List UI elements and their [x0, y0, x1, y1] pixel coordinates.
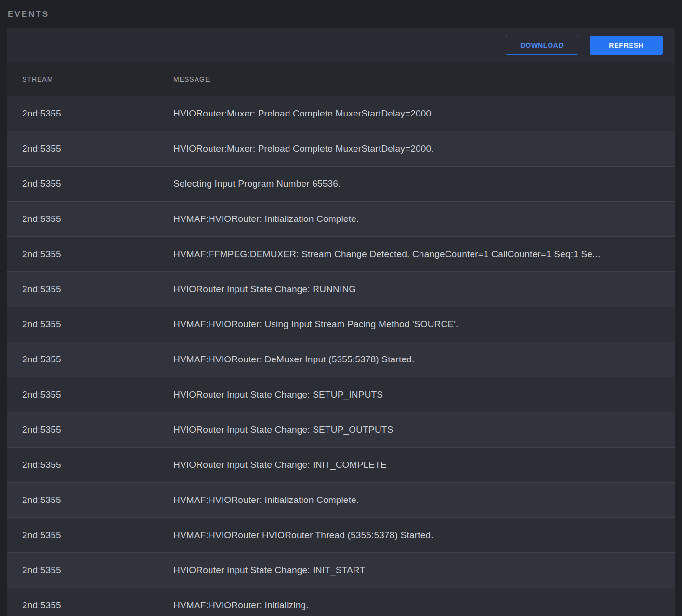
message-cell: HVIORouter Input State Change: INIT_COMP…: [173, 460, 675, 470]
table-row: 2nd:5355 HVIORouter Input State Change: …: [7, 272, 675, 307]
page-title: EVENTS: [0, 0, 682, 18]
table-row: 2nd:5355 HVIORouter:Muxer: Preload Compl…: [7, 96, 675, 131]
table-row: 2nd:5355 HVMAF:HVIORouter: Initializatio…: [7, 483, 675, 518]
table-body: 2nd:5355 HVIORouter:Muxer: Preload Compl…: [7, 96, 675, 616]
table-row: 2nd:5355 HVIORouter Input State Change: …: [7, 448, 675, 483]
stream-cell: 2nd:5355: [7, 460, 173, 470]
stream-cell: 2nd:5355: [7, 565, 173, 576]
stream-cell: 2nd:5355: [7, 354, 173, 365]
table-row: 2nd:5355 HVMAF:HVIORouter: DeMuxer Input…: [7, 342, 675, 377]
stream-cell: 2nd:5355: [7, 319, 173, 330]
message-cell: HVMAF:HVIORouter HVIORouter Thread (5355…: [173, 530, 675, 540]
message-cell: Selecting Input Program Number 65536.: [173, 179, 675, 189]
table-row: 2nd:5355 HVMAF:FFMPEG:DEMUXER: Stream Ch…: [7, 237, 675, 272]
message-cell: HVIORouter Input State Change: INIT_STAR…: [173, 565, 675, 576]
stream-cell: 2nd:5355: [7, 214, 173, 224]
stream-cell: 2nd:5355: [7, 108, 173, 119]
table-row: 2nd:5355 HVMAF:HVIORouter: Initializing.: [7, 588, 675, 616]
stream-cell: 2nd:5355: [7, 530, 173, 540]
message-cell: HVMAF:HVIORouter: DeMuxer Input (5355:53…: [173, 354, 675, 365]
stream-cell: 2nd:5355: [7, 249, 173, 259]
table-row: 2nd:5355 HVMAF:HVIORouter HVIORouter Thr…: [7, 518, 675, 553]
toolbar: DOWNLOAD REFRESH: [7, 28, 675, 63]
message-cell: HVMAF:HVIORouter: Initialization Complet…: [173, 495, 675, 505]
stream-cell: 2nd:5355: [7, 284, 173, 295]
message-cell: HVIORouter:Muxer: Preload Complete Muxer…: [173, 108, 675, 119]
message-cell: HVIORouter:Muxer: Preload Complete Muxer…: [173, 143, 675, 154]
table-row: 2nd:5355 HVIORouter:Muxer: Preload Compl…: [7, 131, 675, 167]
column-header-stream: STREAM: [7, 76, 173, 83]
stream-cell: 2nd:5355: [7, 179, 173, 189]
message-cell: HVIORouter Input State Change: SETUP_OUT…: [173, 424, 675, 435]
stream-cell: 2nd:5355: [7, 600, 173, 611]
column-header-message: MESSAGE: [173, 76, 675, 83]
download-button[interactable]: DOWNLOAD: [506, 36, 578, 55]
table-row: 2nd:5355 HVIORouter Input State Change: …: [7, 553, 675, 588]
message-cell: HVIORouter Input State Change: SETUP_INP…: [173, 389, 675, 400]
message-cell: HVMAF:HVIORouter: Initializing.: [173, 600, 675, 611]
message-cell: HVMAF:HVIORouter: Using Input Stream Pac…: [173, 319, 675, 330]
table-row: 2nd:5355 HVIORouter Input State Change: …: [7, 377, 675, 412]
table-header-row: STREAM MESSAGE: [7, 63, 675, 96]
stream-cell: 2nd:5355: [7, 495, 173, 505]
events-panel: DOWNLOAD REFRESH STREAM MESSAGE 2nd:5355…: [7, 28, 675, 616]
table-row: 2nd:5355 HVMAF:HVIORouter: Using Input S…: [7, 307, 675, 342]
stream-cell: 2nd:5355: [7, 389, 173, 400]
stream-cell: 2nd:5355: [7, 143, 173, 154]
table-row: 2nd:5355 HVIORouter Input State Change: …: [7, 412, 675, 448]
message-cell: HVMAF:HVIORouter: Initialization Complet…: [173, 214, 675, 224]
stream-cell: 2nd:5355: [7, 424, 173, 435]
table-row: 2nd:5355 Selecting Input Program Number …: [7, 167, 675, 202]
message-cell: HVIORouter Input State Change: RUNNING: [173, 284, 675, 295]
table-row: 2nd:5355 HVMAF:HVIORouter: Initializatio…: [7, 202, 675, 237]
message-cell: HVMAF:FFMPEG:DEMUXER: Stream Change Dete…: [173, 249, 675, 259]
refresh-button[interactable]: REFRESH: [590, 36, 663, 55]
